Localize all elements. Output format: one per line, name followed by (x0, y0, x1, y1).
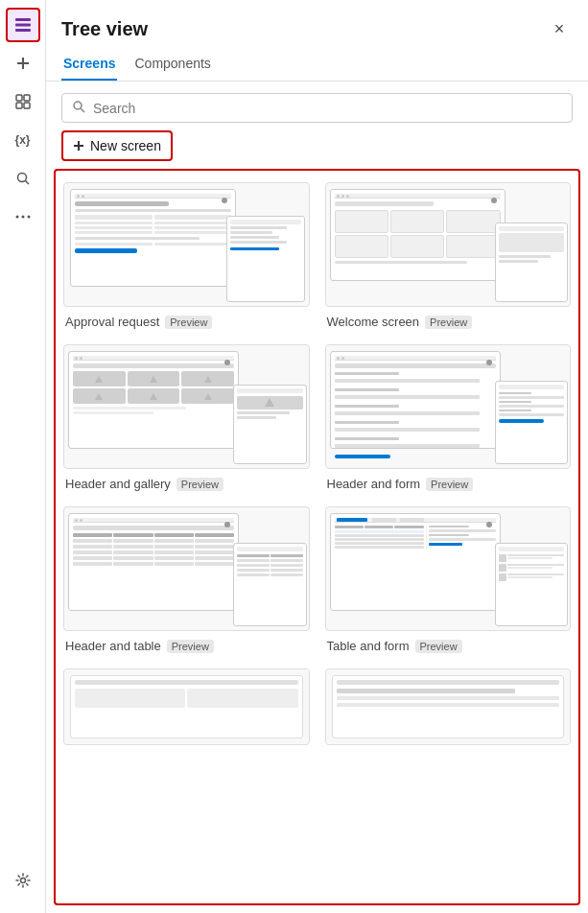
tabs-container: Screens Components (46, 42, 588, 82)
template-header-gallery[interactable]: Header and gallery Preview (63, 344, 310, 491)
svg-rect-2 (15, 29, 31, 32)
layers-icon[interactable] (6, 8, 40, 42)
svg-point-9 (17, 174, 26, 182)
svg-rect-1 (15, 24, 31, 27)
plus-icon[interactable] (6, 46, 40, 81)
template-label-row-approval: Approval request Preview (63, 315, 212, 329)
template-name-gallery: Header and gallery (65, 477, 171, 491)
template-partial-left[interactable] (63, 668, 310, 745)
template-thumb-welcome (325, 182, 572, 307)
template-name-form: Header and form (327, 477, 421, 491)
svg-line-10 (25, 181, 29, 185)
svg-point-12 (21, 216, 24, 219)
panel-title: Tree view (61, 18, 148, 40)
templates-grid: Approval request Preview (63, 182, 571, 745)
tab-components[interactable]: Components (132, 50, 212, 81)
template-label-row-form: Header and form Preview (325, 477, 474, 491)
preview-badge-welcome[interactable]: Preview (425, 316, 472, 329)
template-name-welcome: Welcome screen (327, 315, 420, 329)
template-label-row-tableform: Table and form Preview (325, 639, 462, 653)
svg-point-14 (20, 878, 25, 883)
settings-icon[interactable] (6, 863, 40, 898)
template-label-row-gallery: Header and gallery Preview (63, 477, 223, 491)
template-name-table: Header and table (65, 639, 161, 653)
svg-rect-0 (15, 18, 31, 21)
close-button[interactable]: × (546, 15, 573, 42)
panel-header: Tree view × (46, 0, 588, 42)
template-table-form[interactable]: Table and form Preview (325, 506, 572, 653)
grid-icon[interactable] (6, 84, 40, 119)
template-thumb-gallery (63, 344, 310, 469)
svg-point-15 (74, 102, 82, 109)
new-screen-button[interactable]: New screen (61, 130, 173, 161)
template-header-table[interactable]: Header and table Preview (63, 506, 310, 653)
preview-badge-form[interactable]: Preview (426, 478, 473, 491)
preview-badge-gallery[interactable]: Preview (176, 478, 223, 491)
templates-section[interactable]: Approval request Preview (54, 169, 580, 905)
sidebar: {x} (0, 0, 46, 913)
tab-screens[interactable]: Screens (61, 50, 117, 81)
search-icon[interactable] (6, 161, 40, 196)
svg-line-16 (81, 108, 84, 112)
preview-badge-approval[interactable]: Preview (165, 316, 212, 329)
template-name-approval: Approval request (65, 315, 159, 329)
svg-rect-7 (16, 103, 22, 108)
new-screen-label: New screen (90, 138, 161, 153)
svg-point-11 (15, 216, 18, 219)
template-thumb-approval (63, 182, 310, 307)
svg-rect-6 (24, 95, 30, 101)
preview-badge-tableform[interactable]: Preview (415, 640, 462, 653)
template-thumb-table (63, 506, 310, 631)
search-box (61, 93, 573, 123)
template-thumb-form (325, 344, 572, 469)
search-container (46, 82, 588, 130)
svg-rect-5 (16, 95, 22, 101)
more-icon[interactable] (6, 199, 40, 234)
template-name-tableform: Table and form (327, 639, 410, 653)
svg-rect-8 (24, 103, 30, 108)
template-label-row-welcome: Welcome screen Preview (325, 315, 473, 329)
template-thumb-tableform (325, 506, 572, 631)
search-icon-input (72, 100, 85, 116)
template-welcome-screen[interactable]: Welcome screen Preview (325, 182, 572, 329)
variables-icon[interactable]: {x} (6, 123, 40, 157)
search-input[interactable] (93, 101, 562, 116)
template-header-form[interactable]: Header and form Preview (325, 344, 572, 491)
template-label-row-table: Header and table Preview (63, 639, 214, 653)
template-approval-request[interactable]: Approval request Preview (63, 182, 310, 329)
template-partial-right[interactable] (325, 668, 572, 745)
svg-point-13 (27, 216, 30, 219)
tree-view-panel: Tree view × Screens Components New scree… (46, 0, 588, 913)
preview-badge-table[interactable]: Preview (167, 640, 214, 653)
